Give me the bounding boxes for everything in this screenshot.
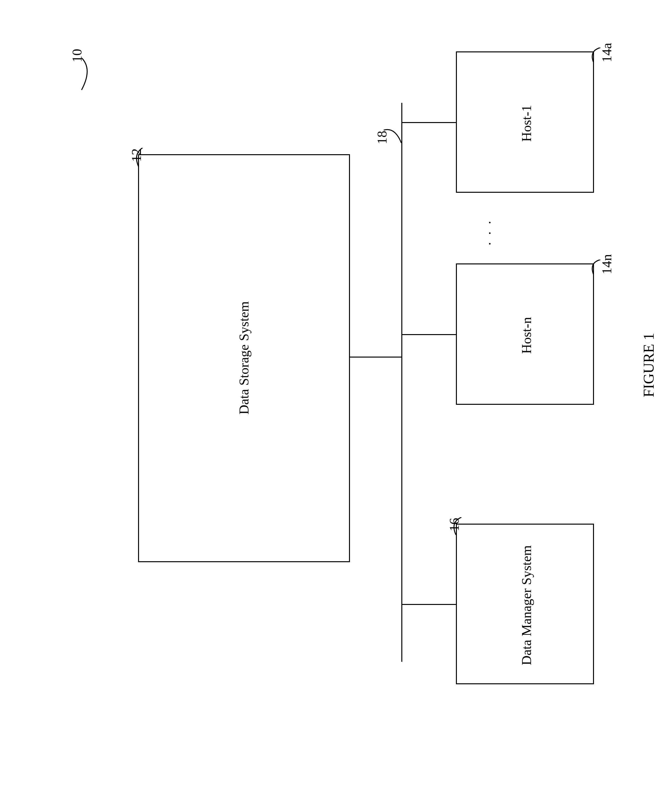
conn-hostn (402, 334, 456, 335)
leader-14n (587, 260, 602, 276)
label-storage: Data Storage System (236, 293, 252, 422)
leader-18 (384, 128, 406, 148)
ellipsis-hosts: . . . (478, 213, 494, 245)
conn-manager (402, 604, 456, 605)
leader-14a (587, 48, 602, 64)
bus-line (402, 103, 402, 662)
label-host-1: Host-1 (519, 101, 534, 146)
leader-10 (75, 58, 98, 96)
leader-16 (450, 517, 465, 537)
leader-12 (133, 148, 146, 170)
label-manager: Data Manager System (519, 538, 534, 673)
figure-caption: FIGURE 1 (640, 327, 657, 397)
label-host-n: Host-n (519, 313, 534, 358)
diagram-canvas: 10 Data Storage System 12 18 Host-1 14a … (0, 0, 672, 798)
conn-host1 (402, 122, 456, 123)
conn-storage-to-bus (350, 357, 402, 357)
